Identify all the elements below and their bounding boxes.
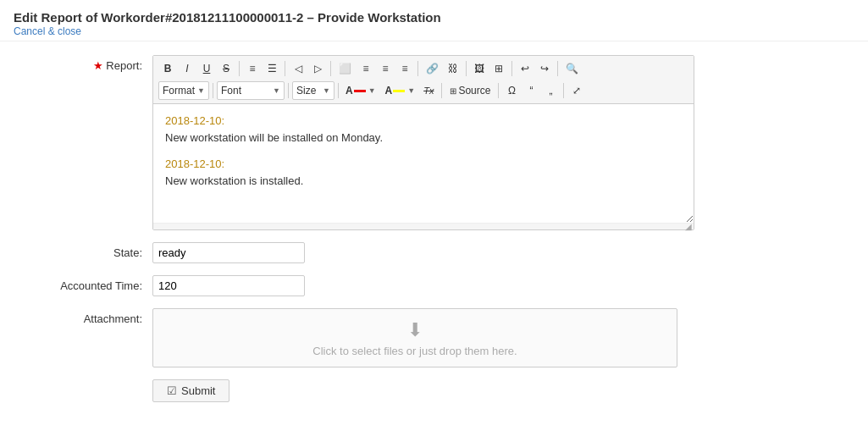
accounted-time-input[interactable] bbox=[152, 275, 305, 296]
state-row: State: bbox=[17, 242, 851, 263]
toolbar-separator-10 bbox=[338, 83, 339, 98]
bg-color-icon: A bbox=[385, 85, 393, 97]
font-color-icon: A bbox=[346, 85, 353, 97]
size-dropdown-caret: ▼ bbox=[323, 86, 330, 95]
font-dropdown-caret: ▼ bbox=[273, 86, 280, 95]
italic-button[interactable]: I bbox=[178, 59, 196, 78]
attachment-row: Attachment: ⬇ Click to select files or j… bbox=[17, 308, 851, 367]
check-icon: ☑ bbox=[167, 384, 177, 397]
toolbar-separator-5 bbox=[466, 61, 467, 76]
strikethrough-button[interactable]: S bbox=[217, 59, 235, 78]
font-dropdown[interactable]: Font ▼ bbox=[217, 81, 285, 100]
editor-toolbar: B I U S ≡ ☰ ◁ ▷ ⬜ ≡ ≡ ≡ bbox=[153, 56, 694, 104]
accounted-time-label: Accounted Time: bbox=[17, 275, 152, 292]
attachment-label: Attachment: bbox=[17, 308, 152, 325]
submit-field: ☑ Submit bbox=[152, 379, 694, 402]
required-star: ★ bbox=[93, 59, 103, 72]
page-header: Edit Report of Workorder#201812111000000… bbox=[0, 0, 868, 41]
bg-color-caret: ▼ bbox=[407, 86, 415, 95]
toolbar-separator-2 bbox=[285, 61, 285, 76]
toolbar-separator-7 bbox=[557, 61, 558, 76]
entry-2-text: New workstation is installed. bbox=[165, 173, 682, 190]
format-dropdown-caret: ▼ bbox=[197, 86, 205, 95]
align-center-button[interactable]: ≡ bbox=[357, 59, 375, 78]
entry-2: 2018-12-10: New workstation is installed… bbox=[165, 156, 682, 189]
align-justify-button[interactable]: ≡ bbox=[395, 59, 414, 78]
resize-icon: ◢ bbox=[685, 222, 692, 231]
bg-color-group[interactable]: A ▼ bbox=[382, 82, 419, 99]
maximize-button[interactable]: ⤢ bbox=[567, 81, 586, 100]
attachment-dropzone[interactable]: ⬇ Click to select files or just drop the… bbox=[152, 308, 677, 367]
submit-spacer bbox=[17, 379, 152, 384]
state-input[interactable] bbox=[152, 242, 305, 263]
state-field bbox=[152, 242, 694, 263]
form-container: ★Report: B I U S ≡ ☰ ◁ ▷ bbox=[0, 41, 868, 428]
attachment-drop-text: Click to select files or just drop them … bbox=[312, 345, 517, 357]
font-color-caret: ▼ bbox=[368, 86, 376, 95]
format-block-button[interactable]: ⊞ bbox=[489, 59, 508, 78]
align-right-button[interactable]: ≡ bbox=[376, 59, 395, 78]
entry-2-date: 2018-12-10: bbox=[165, 156, 682, 173]
special-char-button[interactable]: Ω bbox=[502, 81, 521, 100]
accounted-time-field bbox=[152, 275, 694, 296]
bg-color-bar bbox=[393, 90, 405, 92]
link-button[interactable]: 🔗 bbox=[422, 59, 443, 78]
toolbar-row1: B I U S ≡ ☰ ◁ ▷ ⬜ ≡ ≡ ≡ bbox=[158, 59, 688, 78]
toolbar-separator-12 bbox=[498, 83, 499, 98]
page-title: Edit Report of Workorder#201812111000000… bbox=[14, 10, 854, 25]
state-label: State: bbox=[17, 242, 152, 259]
font-color-group[interactable]: A ▼ bbox=[342, 82, 379, 99]
font-color-bar bbox=[354, 90, 366, 92]
bold-button[interactable]: B bbox=[158, 59, 177, 78]
outdent-button[interactable]: ◁ bbox=[289, 59, 307, 78]
accounted-time-row: Accounted Time: bbox=[17, 275, 851, 296]
entry-1-text: New workstation will be installed on Mon… bbox=[165, 130, 682, 146]
find-button[interactable]: 🔍 bbox=[561, 59, 583, 78]
editor: B I U S ≡ ☰ ◁ ▷ ⬜ ≡ ≡ ≡ bbox=[152, 55, 694, 230]
toolbar-separator-13 bbox=[563, 83, 564, 98]
entry-1: 2018-12-10: New workstation will be inst… bbox=[165, 113, 682, 146]
attachment-field: ⬇ Click to select files or just drop the… bbox=[152, 308, 694, 367]
editor-content[interactable]: 2018-12-10: New workstation will be inst… bbox=[153, 104, 694, 223]
size-dropdown[interactable]: Size ▼ bbox=[292, 81, 334, 100]
toolbar-separator-6 bbox=[511, 61, 512, 76]
format-dropdown[interactable]: Format ▼ bbox=[158, 81, 209, 100]
ordered-list-button[interactable]: ≡ bbox=[243, 59, 262, 78]
indent-button[interactable]: ▷ bbox=[308, 59, 327, 78]
blockquote2-button[interactable]: „ bbox=[541, 81, 560, 100]
clear-format-button[interactable]: Tx bbox=[419, 81, 438, 100]
toolbar-row2: Format ▼ Font ▼ Size ▼ bbox=[158, 81, 688, 100]
submit-button[interactable]: ☑ Submit bbox=[152, 379, 229, 402]
report-editor-wrapper: B I U S ≡ ☰ ◁ ▷ ⬜ ≡ ≡ ≡ bbox=[152, 55, 694, 230]
toolbar-separator-9 bbox=[288, 83, 289, 98]
undo-button[interactable]: ↩ bbox=[516, 59, 534, 78]
upload-icon: ⬇ bbox=[407, 319, 423, 341]
report-row: ★Report: B I U S ≡ ☰ ◁ ▷ bbox=[17, 55, 851, 230]
underline-button[interactable]: U bbox=[197, 59, 216, 78]
report-label: ★Report: bbox=[17, 55, 152, 72]
blockquote-button[interactable]: “ bbox=[522, 81, 540, 100]
source-icon: ⊞ bbox=[450, 86, 456, 96]
image-button[interactable]: 🖼 bbox=[470, 59, 489, 78]
toolbar-separator-8 bbox=[213, 83, 213, 98]
toolbar-separator-3 bbox=[330, 61, 331, 76]
toolbar-separator-1 bbox=[239, 61, 240, 76]
submit-label: Submit bbox=[181, 384, 215, 397]
redo-button[interactable]: ↪ bbox=[535, 59, 554, 78]
submit-row: ☑ Submit bbox=[17, 379, 851, 402]
unlink-button[interactable]: ⛓ bbox=[444, 59, 462, 78]
toolbar-separator-11 bbox=[441, 83, 442, 98]
source-button[interactable]: ⊞ Source bbox=[445, 81, 495, 100]
unordered-list-button[interactable]: ☰ bbox=[263, 59, 281, 78]
editor-resize-bar: ◢ bbox=[153, 223, 694, 229]
align-left-button[interactable]: ⬜ bbox=[334, 59, 356, 78]
cancel-close-link[interactable]: Cancel & close bbox=[14, 25, 81, 37]
toolbar-separator-4 bbox=[417, 61, 418, 76]
entry-1-date: 2018-12-10: bbox=[165, 113, 682, 130]
